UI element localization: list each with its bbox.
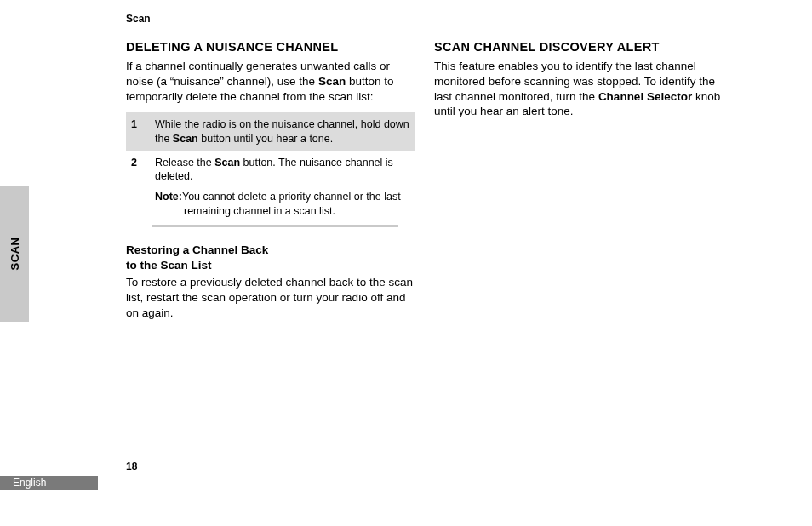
step-row-1: 1 While the radio is on the nuisance cha… bbox=[126, 112, 415, 151]
bold-scan: Scan bbox=[214, 157, 240, 169]
step-text: While the radio is on the nuisance chann… bbox=[150, 112, 415, 151]
side-tab: SCAN bbox=[0, 186, 29, 322]
section-title-discovery: SCAN CHANNEL DISCOVERY ALERT bbox=[434, 40, 723, 54]
text-fragment: button until you hear a tone. bbox=[198, 133, 333, 145]
bold-scan: Scan bbox=[173, 133, 198, 145]
sub-section-title: Restoring a Channel Back to the Scan Lis… bbox=[126, 243, 415, 273]
right-column: SCAN CHANNEL DISCOVERY ALERT This featur… bbox=[434, 40, 723, 329]
text-fragment: Release the bbox=[155, 157, 214, 169]
steps-table: 1 While the radio is on the nuisance cha… bbox=[126, 112, 415, 223]
note-body: You cannot delete a priority channel or … bbox=[182, 191, 401, 216]
step-number: 1 bbox=[126, 112, 150, 151]
note-label: Note: bbox=[155, 191, 182, 203]
discovery-paragraph: This feature enables you to identify the… bbox=[434, 59, 723, 119]
columns: DELETING A NUISANCE CHANNEL If a channel… bbox=[126, 40, 747, 329]
sub-title-line1: Restoring a Channel Back bbox=[126, 243, 268, 256]
empty-cell bbox=[126, 188, 150, 223]
restore-paragraph: To restore a previously deleted channel … bbox=[126, 275, 415, 320]
page-number: 18 bbox=[126, 460, 137, 472]
step-row-2: 2 Release the Scan button. The nuisance … bbox=[126, 151, 415, 189]
divider bbox=[152, 225, 398, 227]
footer-language-bar: English bbox=[0, 476, 98, 490]
side-tab-label: SCAN bbox=[9, 237, 21, 271]
bold-scan: Scan bbox=[318, 75, 346, 88]
step-number: 2 bbox=[126, 151, 150, 189]
step-text: Release the Scan button. The nuisance ch… bbox=[150, 151, 415, 189]
left-column: DELETING A NUISANCE CHANNEL If a channel… bbox=[126, 40, 415, 329]
note-row: Note:You cannot delete a priority channe… bbox=[126, 188, 415, 223]
page-content: Scan DELETING A NUISANCE CHANNEL If a ch… bbox=[126, 13, 747, 329]
footer-language: English bbox=[13, 477, 46, 489]
intro-paragraph: If a channel continually generates unwan… bbox=[126, 59, 415, 104]
note-cell: Note:You cannot delete a priority channe… bbox=[150, 188, 415, 223]
sub-title-line2: to the Scan List bbox=[126, 259, 212, 272]
running-header: Scan bbox=[126, 13, 747, 25]
bold-channel-selector: Channel Selector bbox=[598, 90, 692, 103]
section-title-nuisance: DELETING A NUISANCE CHANNEL bbox=[126, 40, 415, 54]
